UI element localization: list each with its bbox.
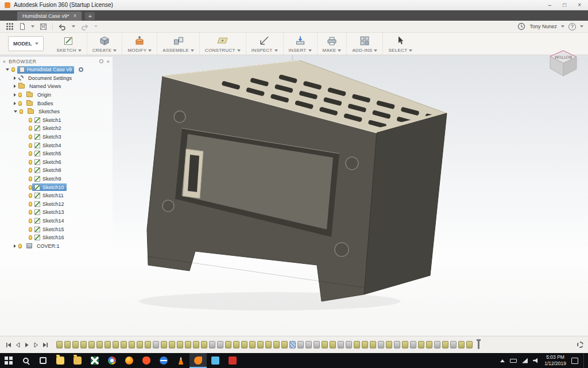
feature-feature-icon[interactable]: [209, 341, 215, 348]
feature-feature-icon[interactable]: [314, 341, 320, 348]
expand-caret-icon[interactable]: [14, 76, 16, 80]
browser-filter-icon[interactable]: [99, 59, 103, 63]
expand-caret-icon[interactable]: [14, 93, 16, 97]
sketch-feature-icon[interactable]: [145, 341, 151, 348]
sketch-feature-icon[interactable]: [193, 341, 199, 348]
tab-close-icon[interactable]: ×: [74, 13, 77, 19]
ribbon-group-modify[interactable]: MODIFY: [122, 33, 157, 55]
ribbon-group-inspect[interactable]: INSPECT: [246, 33, 284, 55]
sketch-feature-icon[interactable]: [354, 341, 360, 348]
browser-root-row[interactable]: Humidistat Case v9: [0, 66, 113, 74]
taskbar-excel-icon[interactable]: [86, 353, 103, 368]
sketch-feature-icon[interactable]: [121, 341, 127, 348]
taskbar-adobe-icon[interactable]: [224, 353, 241, 368]
expand-caret-icon[interactable]: [14, 102, 16, 105]
feature-feature-icon[interactable]: [346, 341, 352, 348]
sketch-feature-icon[interactable]: [185, 341, 191, 348]
browser-sketch-row[interactable]: Sketch14: [0, 217, 113, 225]
volume-icon[interactable]: [533, 358, 539, 363]
browser-sketch-row[interactable]: Sketch3: [0, 133, 113, 141]
ribbon-group-select[interactable]: SELECT: [383, 33, 417, 55]
browser-sketch-row[interactable]: Sketch9: [0, 175, 113, 183]
timeline-scrubber[interactable]: [478, 340, 479, 349]
lightbulb-icon[interactable]: [18, 244, 22, 248]
taskbar-task-view-icon[interactable]: [34, 353, 52, 368]
browser-sketch-row[interactable]: Sketch16: [0, 233, 113, 242]
sketch-feature-icon[interactable]: [273, 341, 280, 348]
ribbon-group-sketch[interactable]: SKETCH: [52, 33, 87, 55]
expand-caret-icon[interactable]: [14, 110, 17, 113]
browser-sketch-row[interactable]: Sketch12: [0, 200, 113, 209]
file-menu-dropdown-icon[interactable]: [31, 25, 34, 28]
sketch-feature-icon[interactable]: [330, 341, 336, 348]
taskbar-internet-explorer-icon[interactable]: [155, 353, 172, 368]
sketch-feature-icon[interactable]: [442, 341, 448, 348]
sketch-feature-icon[interactable]: [402, 341, 408, 348]
sketch-feature-icon[interactable]: [169, 341, 175, 348]
sketch-feature-icon[interactable]: [137, 341, 143, 348]
app-grid-icon[interactable]: [6, 23, 8, 25]
sketch-feature-icon[interactable]: [56, 341, 63, 348]
browser-item-origin[interactable]: Origin: [0, 91, 113, 99]
feature-feature-icon[interactable]: [217, 341, 223, 348]
timeline-go-to-start-button[interactable]: [5, 340, 12, 350]
feature-feature-icon[interactable]: [410, 341, 416, 348]
browser-sketch-row[interactable]: Sketch1: [0, 116, 113, 125]
user-name[interactable]: Tony Nunez: [529, 24, 557, 29]
feature-feature-icon[interactable]: [394, 341, 400, 348]
taskbar-file-explorer-icon[interactable]: [52, 353, 69, 368]
sketch-feature-icon[interactable]: [161, 341, 167, 348]
redo-dropdown-icon[interactable]: [94, 25, 98, 28]
browser-collapse-icon[interactable]: «: [3, 59, 6, 64]
browser-item-document-settings[interactable]: Document Settings: [0, 74, 113, 83]
lightbulb-icon[interactable]: [18, 101, 22, 106]
feature-feature-icon[interactable]: [434, 341, 440, 348]
sketch-feature-icon[interactable]: [201, 341, 207, 348]
browser-sketch-row[interactable]: Sketch4: [0, 141, 113, 150]
sketch-feature-icon[interactable]: [281, 341, 288, 348]
lightbulb-icon[interactable]: [18, 93, 22, 97]
sketch-feature-icon[interactable]: [386, 341, 392, 348]
timeline-go-to-end-button[interactable]: [41, 340, 49, 350]
workspace-switcher[interactable]: MODEL: [8, 36, 44, 51]
undo-icon[interactable]: [58, 23, 67, 30]
expand-caret-icon[interactable]: [14, 85, 16, 88]
expand-caret-icon[interactable]: [14, 244, 16, 248]
sketch-feature-icon[interactable]: [362, 341, 368, 348]
feature-feature-icon[interactable]: [305, 341, 312, 348]
user-dropdown-icon[interactable]: [561, 25, 564, 28]
timeline-settings-icon[interactable]: [577, 342, 583, 348]
ribbon-group-create[interactable]: CREATE: [87, 33, 123, 55]
browser-sketch-row[interactable]: Sketch8: [0, 166, 113, 175]
ribbon-group-add-ins[interactable]: ADD-INS: [347, 33, 383, 55]
battery-icon[interactable]: [510, 359, 517, 363]
taskbar-photos-icon[interactable]: [207, 353, 224, 368]
browser-item-component[interactable]: COVER:1: [0, 241, 113, 250]
file-menu-icon[interactable]: [19, 22, 26, 30]
show-desktop-button[interactable]: [583, 353, 586, 368]
taskbar-firefox-icon[interactable]: [121, 353, 138, 368]
browser-sketch-row[interactable]: Sketch5: [0, 150, 113, 158]
sketch-feature-icon[interactable]: [426, 341, 432, 348]
sketch-feature-icon[interactable]: [113, 341, 119, 348]
sketch-feature-icon[interactable]: [96, 341, 103, 348]
sketch-feature-icon[interactable]: [249, 341, 256, 348]
taskbar-chrome-icon[interactable]: [103, 353, 121, 368]
taskbar-fusion-360-icon[interactable]: [189, 353, 207, 368]
sketch-feature-icon[interactable]: [80, 341, 87, 348]
sketch-feature-icon[interactable]: [257, 341, 264, 348]
minimize-button[interactable]: –: [548, 1, 552, 10]
new-tab-button[interactable]: +: [85, 12, 95, 20]
taskbar-clock[interactable]: 5:03 PM 1/12/2019: [544, 354, 566, 367]
save-icon[interactable]: [40, 23, 47, 30]
taskbar-brave-icon[interactable]: [138, 353, 155, 368]
job-status-icon[interactable]: [517, 22, 525, 30]
sketch-feature-icon[interactable]: [88, 341, 95, 348]
ribbon-group-assemble[interactable]: ASSEMBLE: [157, 33, 200, 55]
browser-item-bodies[interactable]: Bodies: [0, 99, 113, 108]
browser-sketch-row[interactable]: Sketch6: [0, 158, 113, 167]
undo-dropdown-icon[interactable]: [72, 25, 75, 28]
timeline-step-back-button[interactable]: [14, 340, 21, 350]
feature-feature-icon[interactable]: [338, 341, 344, 348]
feature-feature-icon[interactable]: [450, 341, 457, 348]
